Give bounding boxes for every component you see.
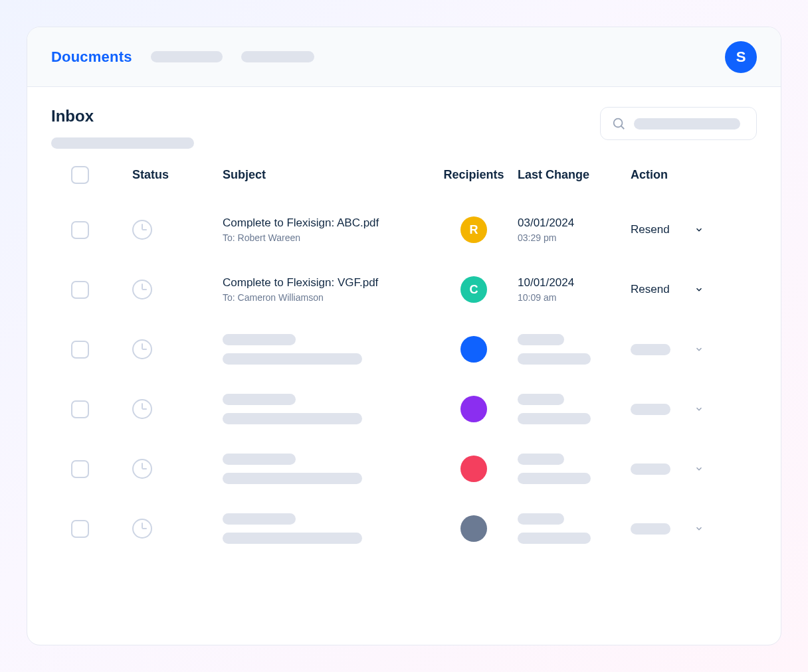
text-placeholder bbox=[631, 523, 670, 535]
recipient-avatar[interactable] bbox=[460, 456, 487, 482]
table-row-placeholder bbox=[51, 439, 757, 499]
action-label: Resend bbox=[631, 223, 670, 236]
chevron-down-icon bbox=[694, 524, 704, 533]
clock-icon bbox=[132, 220, 152, 240]
search-icon bbox=[611, 116, 626, 131]
text-placeholder bbox=[518, 413, 591, 424]
text-placeholder bbox=[223, 473, 362, 484]
row-date: 03/01/2024 bbox=[518, 216, 631, 230]
clock-icon bbox=[132, 519, 152, 539]
app-card: Doucments S Inbox Status Sub bbox=[27, 27, 781, 645]
text-placeholder bbox=[631, 463, 670, 475]
recipient-avatar[interactable]: R bbox=[460, 216, 487, 243]
chevron-down-icon bbox=[694, 404, 704, 414]
table-row: Complete to Flexisign: VGF.pdf To: Camer… bbox=[51, 260, 757, 319]
recipient-avatar[interactable] bbox=[460, 336, 487, 363]
recipient-avatar[interactable] bbox=[460, 515, 487, 542]
resend-button[interactable]: Resend bbox=[631, 223, 704, 236]
col-recipients: Recipients bbox=[430, 168, 518, 182]
search-placeholder bbox=[634, 118, 740, 129]
action-label: Resend bbox=[631, 283, 670, 296]
text-placeholder bbox=[223, 413, 362, 424]
row-time: 10:09 am bbox=[518, 292, 631, 303]
text-placeholder bbox=[223, 394, 296, 405]
text-placeholder bbox=[223, 334, 296, 345]
action-placeholder[interactable] bbox=[631, 523, 704, 535]
col-status: Status bbox=[132, 168, 223, 182]
inbox-table: Status Subject Recipients Last Change Ac… bbox=[51, 166, 757, 558]
text-placeholder bbox=[223, 513, 296, 525]
col-subject: Subject bbox=[223, 168, 430, 182]
nav-placeholder bbox=[241, 51, 314, 62]
row-date: 10/01/2024 bbox=[518, 276, 631, 290]
row-time: 03:29 pm bbox=[518, 232, 631, 243]
resend-button[interactable]: Resend bbox=[631, 283, 704, 296]
text-placeholder bbox=[518, 394, 564, 405]
chevron-down-icon bbox=[694, 225, 704, 234]
row-checkbox[interactable] bbox=[71, 520, 89, 538]
recipient-avatar[interactable] bbox=[460, 396, 487, 422]
row-checkbox[interactable] bbox=[71, 460, 89, 478]
text-placeholder bbox=[223, 353, 362, 365]
svg-line-1 bbox=[621, 126, 625, 129]
row-checkbox[interactable] bbox=[71, 281, 89, 299]
table-row-placeholder bbox=[51, 379, 757, 439]
brand-title[interactable]: Doucments bbox=[51, 48, 132, 66]
top-bar: Doucments S bbox=[27, 27, 781, 87]
page-title: Inbox bbox=[51, 107, 194, 126]
row-to: To: Cameron Williamson bbox=[223, 292, 430, 303]
clock-icon bbox=[132, 339, 152, 359]
text-placeholder bbox=[518, 473, 591, 484]
row-checkbox[interactable] bbox=[71, 221, 89, 239]
text-placeholder bbox=[518, 533, 591, 544]
row-checkbox[interactable] bbox=[71, 341, 89, 359]
select-all-checkbox[interactable] bbox=[71, 166, 89, 184]
svg-point-0 bbox=[614, 119, 623, 127]
table-row-placeholder bbox=[51, 499, 757, 558]
recipient-avatar[interactable]: C bbox=[460, 276, 487, 303]
text-placeholder bbox=[518, 353, 591, 365]
action-placeholder[interactable] bbox=[631, 404, 704, 415]
col-action: Action bbox=[631, 168, 737, 182]
row-subject[interactable]: Complete to Flexisign: VGF.pdf bbox=[223, 276, 430, 290]
row-checkbox[interactable] bbox=[71, 400, 89, 418]
text-placeholder bbox=[223, 533, 362, 544]
text-placeholder bbox=[631, 344, 670, 355]
table-row-placeholder bbox=[51, 319, 757, 379]
table-row: Complete to Flexisign: ABC.pdf To: Rober… bbox=[51, 200, 757, 260]
clock-icon bbox=[132, 399, 152, 419]
content-area: Inbox Status Subject Recipients Last Cha… bbox=[27, 87, 781, 645]
text-placeholder bbox=[518, 334, 564, 345]
text-placeholder bbox=[223, 454, 296, 465]
clock-icon bbox=[132, 459, 152, 479]
clock-icon bbox=[132, 280, 152, 299]
action-placeholder[interactable] bbox=[631, 463, 704, 475]
row-subject[interactable]: Complete to Flexisign: ABC.pdf bbox=[223, 216, 430, 230]
chevron-down-icon bbox=[694, 464, 704, 473]
text-placeholder bbox=[631, 404, 670, 415]
subtitle-placeholder bbox=[51, 137, 194, 149]
user-avatar[interactable]: S bbox=[725, 41, 757, 73]
text-placeholder bbox=[518, 513, 564, 525]
col-last-change: Last Change bbox=[518, 168, 631, 182]
chevron-down-icon bbox=[694, 285, 704, 294]
text-placeholder bbox=[518, 454, 564, 465]
search-input-wrap[interactable] bbox=[600, 107, 757, 140]
nav-placeholder bbox=[151, 51, 223, 62]
row-to: To: Robert Wareen bbox=[223, 232, 430, 243]
table-header: Status Subject Recipients Last Change Ac… bbox=[51, 166, 757, 184]
chevron-down-icon bbox=[694, 345, 704, 354]
action-placeholder[interactable] bbox=[631, 344, 704, 355]
